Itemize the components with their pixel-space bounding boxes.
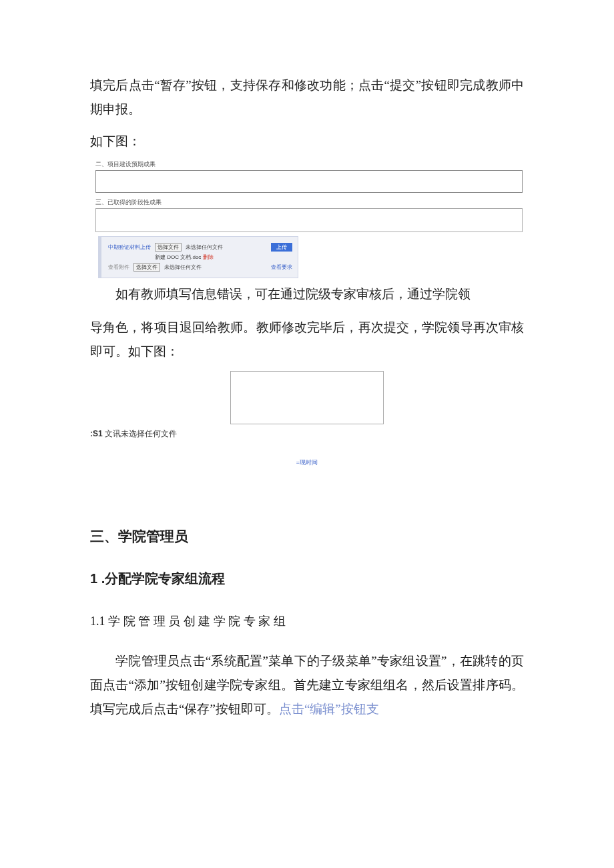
file-none-text-2: 未选择任何文件: [164, 264, 202, 271]
upload-row-1: 中期验证材料上传 选择文件 未选择任何文件 上传: [108, 243, 292, 252]
caption-figure-1: 如下图：: [90, 129, 524, 153]
uploaded-doc-name: 新建 DOC 文档.doc: [155, 254, 201, 260]
upload-button[interactable]: 上传: [271, 243, 292, 252]
view-requirements-link[interactable]: 查看要求: [271, 264, 292, 271]
embed-textarea-stage-results[interactable]: [95, 208, 523, 232]
choose-file-button-1[interactable]: 选择文件: [155, 243, 182, 252]
admin-paragraph: 学院管理员点击“系统配置”菜单下的子级菜单”专家组设置”，在跳转的页面点击“添加…: [90, 649, 524, 721]
embed-section-3-label: 三、已取得的阶段性成果: [95, 198, 524, 207]
delete-link[interactable]: 删除: [203, 254, 214, 260]
uploaded-doc-line: 新建 DOC 文档.doc 删除: [155, 254, 292, 261]
upload-label-midterm: 中期验证材料上传: [108, 244, 151, 251]
s1-line: :S1 文讯未选择任何文件: [90, 428, 524, 440]
embedded-textarea-2[interactable]: [230, 371, 384, 424]
upload-panel: 中期验证材料上传 选择文件 未选择任何文件 上传 新建 DOC 文档.doc 删…: [98, 236, 298, 278]
time-label: =现时间: [90, 458, 524, 467]
file-none-text-1: 未选择任何文件: [186, 244, 223, 251]
paragraph-intro: 填完后点击“暂存”按钮，支持保存和修改功能；点击“提交”按钮即完成教师中期申报。: [90, 73, 524, 121]
embed-textarea-expected-results[interactable]: [95, 170, 523, 193]
embedded-screenshot-2-wrap: [90, 371, 524, 424]
upload-label-view-attachment: 查看附件: [108, 264, 129, 271]
s1-label: :S1: [90, 429, 103, 438]
heading-subsub-1-1: 1.1 学 院 管 理 员 创 建 学 院 专 家 组: [90, 613, 524, 629]
return-text-1: 如有教师填写信息错误，可在通过院级专家审核后，通过学院领: [115, 287, 471, 301]
upload-row-2: 查看附件 选择文件 未选择任何文件 查看要求: [108, 263, 292, 272]
choose-file-button-2[interactable]: 选择文件: [133, 263, 160, 272]
return-paragraph-line1: 如有教师填写信息错误，可在通过院级专家审核后，通过学院领: [90, 282, 524, 306]
embed-section-2-label: 二、项目建设预期成果: [95, 160, 524, 169]
s1-text: 文讯未选择任何文件: [105, 429, 177, 438]
admin-para-blue: 点击“编辑”按钮支: [279, 702, 379, 716]
heading-sub-1: 1 .分配学院专家组流程: [90, 570, 524, 588]
embedded-screenshot-1: 二、项目建设预期成果 三、已取得的阶段性成果 中期验证材料上传 选择文件 未选择…: [95, 160, 524, 278]
heading-section-3: 三、学院管理员: [90, 527, 524, 546]
return-paragraph-line2: 导角色，将项目退回给教师。教师修改完毕后，再次提交，学院领导再次审核即可。如下图…: [90, 316, 524, 364]
